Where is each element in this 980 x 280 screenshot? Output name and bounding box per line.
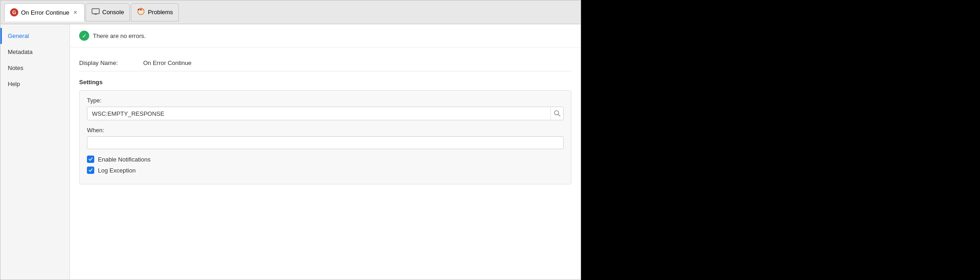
svg-line-8	[558, 114, 560, 116]
settings-section: Settings Type: WSC:EMPTY_RESPONSE	[79, 79, 571, 184]
svg-point-4	[140, 9, 142, 11]
log-exception-label: Log Exception	[98, 167, 135, 174]
type-search-button[interactable]	[550, 107, 563, 120]
sidebar-label-help: Help	[8, 81, 20, 87]
error-icon: G	[10, 8, 18, 16]
type-input-row: WSC:EMPTY_RESPONSE	[87, 107, 564, 120]
when-label: When:	[87, 127, 564, 134]
status-bar: ✓ There are no errors.	[70, 24, 581, 48]
enable-notifications-row: Enable Notifications	[87, 156, 564, 163]
sidebar-label-general: General	[8, 32, 29, 39]
problems-icon	[137, 7, 145, 17]
type-label: Type:	[87, 97, 564, 104]
display-name-row: Display Name: On Error Continue	[79, 55, 571, 71]
form-content: Display Name: On Error Continue Settings…	[70, 48, 581, 192]
tab-console[interactable]: Console	[86, 3, 130, 22]
main-panel: ✓ There are no errors. Display Name: On …	[70, 24, 581, 280]
display-name-label: Display Name:	[79, 59, 143, 66]
sidebar-label-metadata: Metadata	[8, 48, 32, 55]
type-value: WSC:EMPTY_RESPONSE	[87, 108, 550, 120]
tab-on-error-continue[interactable]: G On Error Continue ✕	[4, 3, 85, 22]
sidebar-item-help[interactable]: Help	[0, 76, 70, 92]
sidebar: General Metadata Notes Help	[0, 24, 70, 280]
when-input[interactable]	[87, 136, 564, 149]
sidebar-item-notes[interactable]: Notes	[0, 60, 70, 76]
status-green-icon: ✓	[79, 31, 89, 41]
svg-point-5	[142, 9, 144, 11]
tab-label-problems: Problems	[148, 9, 173, 16]
tab-label-console: Console	[102, 9, 124, 16]
monitor-icon	[92, 8, 100, 16]
tab-label-on-error-continue: On Error Continue	[21, 9, 70, 16]
content-area: General Metadata Notes Help ✓ There are …	[0, 24, 581, 280]
settings-title: Settings	[79, 79, 571, 86]
tab-close-on-error-continue[interactable]: ✕	[72, 9, 79, 16]
svg-rect-0	[92, 9, 99, 14]
sidebar-item-metadata[interactable]: Metadata	[0, 44, 70, 60]
sidebar-label-notes: Notes	[8, 65, 23, 71]
enable-notifications-label: Enable Notifications	[98, 156, 151, 163]
status-message: There are no errors.	[93, 32, 146, 39]
display-name-value: On Error Continue	[143, 59, 571, 66]
settings-box: Type: WSC:EMPTY_RESPONSE When:	[79, 90, 571, 184]
tab-bar: G On Error Continue ✕ Console	[0, 0, 581, 24]
log-exception-row: Log Exception	[87, 167, 564, 174]
sidebar-item-general[interactable]: General	[0, 28, 70, 44]
tab-problems[interactable]: Problems	[131, 3, 179, 22]
enable-notifications-checkbox[interactable]	[87, 156, 94, 163]
svg-point-6	[138, 9, 140, 11]
log-exception-checkbox[interactable]	[87, 167, 94, 174]
